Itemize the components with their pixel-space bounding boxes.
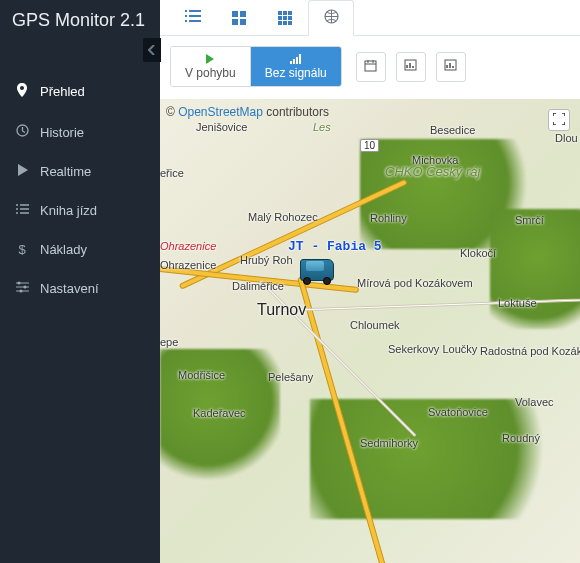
place-label: Smrčí [515, 214, 544, 226]
place-label: Sedmihorky [360, 437, 418, 449]
map-attribution: © OpenStreetMap contributors [166, 105, 329, 119]
tab-grid-small[interactable] [262, 0, 308, 35]
sidebar-item-realtime[interactable]: Realtime [0, 152, 160, 191]
toolbar: V pohybu Bez signálu [160, 36, 580, 99]
sidebar-nav: Přehled Historie Realtime Kniha jízd [0, 71, 160, 308]
place-label: Volavec [515, 396, 554, 408]
place-label: Sekerkovy Loučky [388, 343, 448, 355]
filter-nosignal-button[interactable]: Bez signálu [250, 47, 341, 86]
globe-icon [324, 9, 339, 27]
place-label: Michovka [412, 154, 458, 166]
map-container: 10 Turnov CHKO Český ráj Jenišovice Les … [160, 99, 580, 563]
filter-moving-label: V pohybu [185, 67, 236, 80]
attribution-suffix: contributors [263, 105, 329, 119]
place-label: Jenišovice [196, 121, 247, 133]
sidebar-item-label: Historie [40, 125, 84, 140]
place-label: Hrubý Roh [240, 254, 293, 266]
signal-icon [290, 53, 301, 65]
clock-icon [14, 124, 30, 140]
attribution-link[interactable]: OpenStreetMap [178, 105, 263, 119]
place-label: Daliměřice [232, 280, 284, 292]
place-label: Loktuše [498, 297, 537, 309]
place-label: Ohrazenice [160, 259, 216, 271]
vehicle-label: JT - Fabia 5 [288, 239, 382, 254]
road-shield: 10 [360, 139, 379, 152]
place-label: Svatoňovice [428, 406, 488, 418]
play-icon [205, 53, 215, 65]
grid-large-icon [232, 11, 246, 25]
place-label: Pelešany [268, 371, 313, 383]
place-label: Les [313, 121, 331, 133]
place-label: Turnov [257, 301, 306, 319]
attribution-prefix: © [166, 105, 178, 119]
calendar-icon [364, 59, 377, 75]
fullscreen-icon [553, 113, 565, 128]
tab-map-view[interactable] [308, 0, 354, 36]
place-label: Malý Rohozec [248, 211, 318, 223]
tab-list-view[interactable] [170, 0, 216, 35]
place-label: epe [160, 336, 178, 348]
place-label: Radostná pod Kozákovem [480, 345, 560, 357]
sidebar-item-label: Přehled [40, 84, 85, 99]
svg-point-3 [23, 285, 26, 288]
play-icon [14, 164, 30, 179]
fullscreen-button[interactable] [548, 109, 570, 131]
map[interactable]: 10 Turnov CHKO Český ráj Jenišovice Les … [160, 99, 580, 563]
area-label: CHKO Český ráj [385, 164, 485, 179]
bar-chart-icon [404, 59, 417, 74]
vehicle-marker[interactable] [300, 259, 334, 281]
place-label: Dlou [555, 132, 578, 144]
sidebar-item-label: Realtime [40, 164, 91, 179]
svg-point-4 [19, 289, 22, 292]
sidebar-item-label: Nastavení [40, 281, 99, 296]
chart-button-1[interactable] [396, 52, 426, 82]
dollar-icon: $ [14, 242, 30, 257]
sidebar-item-costs[interactable]: $ Náklady [0, 230, 160, 269]
place-label: Rohliny [370, 212, 407, 224]
place-label: Roudný [502, 432, 540, 444]
place-label: Kadeřavec [193, 407, 246, 419]
bar-chart-icon [444, 59, 457, 74]
place-label: eřice [160, 167, 184, 179]
pin-icon [14, 83, 30, 100]
place-label: Chloumek [350, 319, 400, 331]
place-label: Klokočí [460, 247, 496, 259]
svg-point-0 [20, 86, 24, 90]
sliders-icon [14, 281, 30, 296]
filter-nosignal-label: Bez signálu [265, 67, 327, 80]
sidebar-item-settings[interactable]: Nastavení [0, 269, 160, 308]
view-tabs [160, 0, 580, 36]
sidebar-item-label: Náklady [40, 242, 87, 257]
sidebar-item-overview[interactable]: Přehled [0, 71, 160, 112]
place-label: Mírová pod Kozákovem [357, 277, 427, 289]
list-icon [185, 10, 201, 25]
sidebar-item-label: Kniha jízd [40, 203, 97, 218]
svg-rect-6 [365, 61, 376, 71]
app-title: GPS Monitor 2.1 [0, 0, 160, 47]
calendar-button[interactable] [356, 52, 386, 82]
place-label: Besedice [430, 124, 475, 136]
sidebar-item-logbook[interactable]: Kniha jízd [0, 191, 160, 230]
svg-point-2 [17, 281, 20, 284]
sidebar-item-history[interactable]: Historie [0, 112, 160, 152]
sidebar: GPS Monitor 2.1 Přehled Historie [0, 0, 160, 563]
tab-grid-large[interactable] [216, 0, 262, 35]
place-label: Ohrazenice [160, 240, 216, 252]
sidebar-collapse-button[interactable] [143, 38, 161, 62]
forest-area [490, 209, 580, 329]
status-filter-group: V pohybu Bez signálu [170, 46, 342, 87]
filter-moving-button[interactable]: V pohybu [171, 47, 250, 86]
grid-small-icon [278, 11, 292, 25]
main: V pohybu Bez signálu [160, 0, 580, 563]
list-icon [14, 203, 30, 218]
chart-button-2[interactable] [436, 52, 466, 82]
app-root: GPS Monitor 2.1 Přehled Historie [0, 0, 580, 563]
place-label: Modřišice [178, 369, 225, 381]
